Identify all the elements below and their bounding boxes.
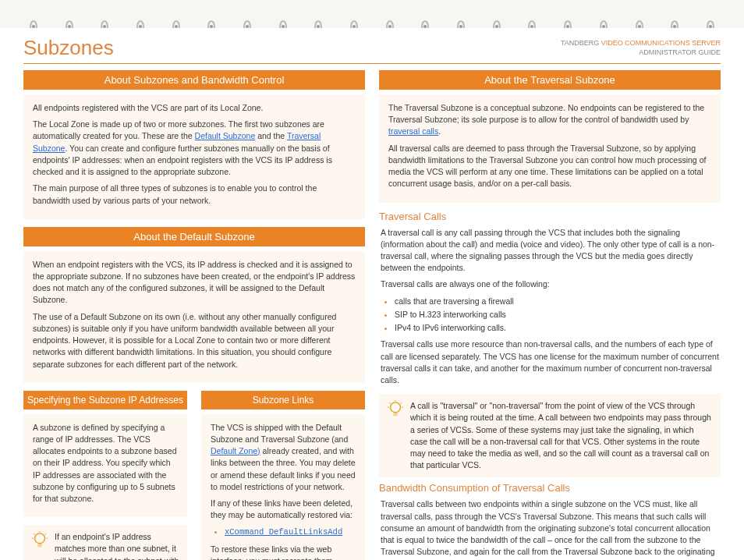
- svg-point-16: [602, 25, 605, 28]
- svg-point-19: [709, 25, 712, 28]
- svg-point-12: [459, 25, 462, 28]
- link-xcommand[interactable]: xCommand DefaultLinksAdd: [225, 527, 342, 537]
- doc-type: ADMINISTRATOR GUIDE: [561, 48, 721, 58]
- text: All traversal calls are deemed to pass t…: [388, 143, 711, 190]
- brand-small: TANDBERG: [561, 39, 601, 47]
- svg-point-5: [210, 25, 213, 28]
- text: Traversal calls are always one of the fo…: [381, 278, 719, 290]
- section-bar-about-subzones: About Subzones and Bandwidth Control: [23, 70, 365, 90]
- svg-line-23: [44, 533, 46, 535]
- text: The Traversal Subzone is a conceptual su…: [388, 102, 711, 138]
- block-traversal-subzone: The Traversal Subzone is a conceptual su…: [379, 94, 721, 203]
- spiral-binding: // placeholder; rings rendered below sta…: [0, 0, 744, 28]
- svg-point-3: [139, 25, 142, 28]
- tip-traversal-pov: A call is "traversal" or "non-traversal"…: [379, 394, 721, 477]
- svg-point-14: [530, 25, 533, 28]
- svg-point-7: [282, 25, 285, 28]
- block-about-subzones: All endpoints registered with the VCS ar…: [23, 94, 365, 219]
- block-traversal-calls: A traversal call is any call passing thr…: [379, 227, 721, 387]
- section-bar-ip-addresses: Specifying the Subzone IP Addresses: [23, 391, 187, 409]
- link-traversal-calls[interactable]: traversal calls: [388, 126, 438, 136]
- svg-point-27: [391, 402, 401, 413]
- svg-line-30: [400, 402, 402, 404]
- section-bar-traversal-subzone: About the Traversal Subzone: [379, 70, 721, 90]
- text: The main purpose of all three types of s…: [33, 183, 356, 206]
- text: The use of a Default Subzone on its own …: [33, 311, 356, 370]
- svg-line-29: [389, 402, 391, 404]
- product-name: VIDEO COMMUNICATIONS SERVER: [601, 39, 721, 47]
- svg-rect-33: [393, 413, 398, 416]
- section-bar-subzone-links: Subzone Links: [201, 391, 365, 409]
- list-item: IPv4 to IPv6 interworking calls.: [395, 322, 719, 334]
- heading-bandwidth-consumption: Bandwidth Consumption of Traversal Calls: [379, 482, 721, 494]
- svg-point-2: [103, 25, 106, 28]
- header-right: TANDBERG VIDEO COMMUNICATIONS SERVER ADM…: [561, 36, 721, 57]
- text: To restore these links via the web inter…: [211, 544, 356, 560]
- lightbulb-icon: [387, 400, 404, 424]
- svg-point-18: [673, 25, 676, 28]
- text: When an endpoint registers with the VCS,…: [33, 259, 356, 307]
- svg-line-22: [34, 533, 35, 535]
- svg-point-8: [317, 25, 320, 28]
- text: A traversal call is any call passing thr…: [381, 227, 719, 275]
- svg-point-11: [423, 25, 427, 28]
- link-default-subzone[interactable]: Default Subzone: [195, 131, 256, 140]
- page: // placeholder; rings rendered below sta…: [0, 0, 744, 560]
- block-bandwidth-consumption: Traversal calls between two endpoints wi…: [379, 498, 721, 560]
- list-item: SIP to H.323 interworking calls: [395, 309, 719, 321]
- text: All endpoints registered with the VCS ar…: [33, 102, 356, 114]
- svg-rect-26: [37, 544, 42, 548]
- block-subzone-links: The VCS is shipped with the Default Subz…: [201, 414, 365, 560]
- list-item: calls that are traversing a firewall: [395, 296, 719, 307]
- link-default-zone[interactable]: Default Zone): [211, 446, 260, 455]
- tip-text: If an endpoint's IP address matches more…: [55, 531, 179, 560]
- section-bar-default-subzone: About the Default Subzone: [23, 227, 365, 246]
- svg-point-13: [495, 25, 498, 28]
- tip-ip-subnet: If an endpoint's IP address matches more…: [23, 525, 187, 560]
- svg-point-17: [638, 25, 641, 28]
- svg-point-20: [35, 533, 45, 544]
- list-traversal-types: calls that are traversing a firewall SIP…: [395, 296, 719, 335]
- tip-text: A call is "traversal" or "non-traversal"…: [410, 400, 713, 471]
- svg-point-15: [566, 25, 569, 28]
- svg-point-1: [68, 25, 71, 28]
- lightbulb-icon: [31, 531, 48, 555]
- text: Traversal calls use more resource than n…: [381, 338, 719, 386]
- text: The VCS is shipped with the Default Subz…: [211, 422, 356, 493]
- block-ip-addresses: A subzone is defined by specifying a ran…: [23, 414, 187, 518]
- svg-point-6: [246, 25, 249, 28]
- svg-point-0: [32, 25, 35, 28]
- svg-point-4: [175, 25, 178, 28]
- svg-point-9: [353, 25, 356, 28]
- block-default-subzone: When an endpoint registers with the VCS,…: [23, 251, 365, 383]
- svg-point-10: [388, 25, 391, 28]
- text: A subzone is defined by specifying a ran…: [33, 422, 178, 505]
- text: Traversal calls between two endpoints wi…: [381, 498, 719, 560]
- text: If any of these links have been deleted,…: [211, 498, 356, 521]
- text: The Local Zone is made up of two or more…: [33, 119, 356, 178]
- heading-traversal-calls: Traversal Calls: [379, 211, 721, 222]
- page-title: Subzones: [23, 36, 114, 60]
